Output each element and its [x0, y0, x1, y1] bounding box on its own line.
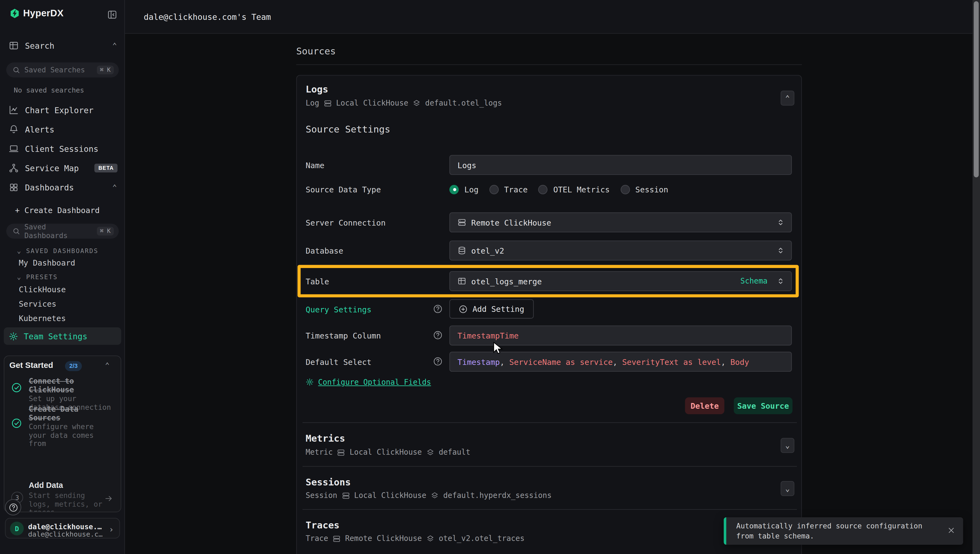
table-value: otel_logs_merge	[471, 277, 542, 286]
sidebar-item-service-map[interactable]: Service Map BETA	[0, 159, 125, 177]
hyperdx-logo-icon	[9, 8, 20, 19]
presets-section[interactable]: ⌄ PRESETS	[17, 273, 58, 281]
source-table: default	[439, 448, 470, 457]
gear-icon	[9, 331, 18, 341]
chevron-down-icon: ⌄	[786, 484, 790, 493]
chevron-up-icon: ⌃	[786, 94, 790, 102]
source-table: default.otel_logs	[425, 99, 502, 107]
saved-dashboards-section[interactable]: ⌄ SAVED DASHBOARDS	[17, 247, 98, 255]
name-input[interactable]: Logs	[449, 155, 792, 175]
section-label: PRESETS	[26, 274, 58, 280]
get-started-item-title[interactable]: Create Data Sources	[29, 406, 114, 422]
sidebar-item-my-dashboard[interactable]: My Dashboard	[19, 258, 75, 267]
get-started-panel: Get Started 2/3 ⌃ Connect to ClickHouse …	[4, 355, 121, 512]
question-circle-icon	[8, 503, 18, 512]
save-source-button[interactable]: Save Source	[734, 397, 792, 414]
source-connection: Local ClickHouse	[336, 99, 408, 107]
sidebar-item-team-settings[interactable]: Team Settings	[4, 327, 121, 345]
add-setting-button[interactable]: Add Setting	[449, 299, 534, 318]
database-select[interactable]: otel_v2	[449, 240, 792, 260]
name-value: Logs	[457, 160, 476, 170]
name-label: Name	[306, 155, 325, 175]
source-connection: Local ClickHouse	[349, 448, 422, 457]
close-icon[interactable]	[947, 526, 956, 535]
sidebar: HyperDX Search ⌃ Saved Searches ⌘ K No s…	[0, 0, 125, 554]
data-type-radio-group: Log Trace OTEL Metrics Session	[449, 179, 668, 199]
get-started-item-title[interactable]: Connect to ClickHouse	[29, 377, 114, 394]
default-select-input[interactable]: Timestamp, ServiceName as service, Sever…	[449, 352, 792, 372]
add-setting-label: Add Setting	[473, 304, 524, 314]
question-circle-icon[interactable]	[433, 304, 442, 314]
divider	[303, 466, 797, 466]
shortcut-badge: ⌘ K	[97, 66, 113, 74]
no-saved-searches-text: No saved searches	[14, 86, 84, 94]
search-icon	[13, 66, 20, 74]
data-type-label: Source Data Type	[306, 179, 381, 199]
source-table: otel_v2.otel_traces	[439, 534, 524, 543]
sidebar-item-search[interactable]: Search ⌃	[0, 36, 125, 55]
divider	[303, 509, 797, 509]
timestamp-value: TimestampTime	[457, 331, 519, 340]
radio-trace[interactable]: Trace	[489, 185, 528, 194]
database-value: otel_v2	[471, 246, 504, 255]
radio-otel-metrics[interactable]: OTEL Metrics	[538, 185, 610, 194]
saved-searches-input[interactable]: Saved Searches ⌘ K	[6, 62, 119, 78]
sidebar-item-kubernetes[interactable]: Kubernetes	[19, 314, 66, 323]
server-connection-select[interactable]: Remote ClickHouse	[449, 213, 792, 232]
get-started-item-title[interactable]: Add Data	[29, 481, 63, 490]
form-actions: Delete Save Source	[297, 397, 793, 414]
source-section-title: Traces	[306, 520, 339, 531]
caret-updown-icon	[776, 277, 785, 285]
team-title: dale@clickhouse.com's Team	[144, 13, 271, 22]
saved-dashboards-input[interactable]: Saved Dashboards ⌘ K	[6, 224, 119, 239]
source-type-label: Trace	[306, 534, 328, 543]
timestamp-input[interactable]: TimestampTime	[449, 325, 792, 345]
expand-section-button[interactable]: ⌄	[781, 438, 795, 453]
query-settings-label: Query Settings	[306, 299, 371, 319]
divider	[303, 422, 797, 423]
user-account-button[interactable]: D dale@clickhouse.… dale@clickhouse.c… ›	[5, 518, 120, 538]
collapse-section-button[interactable]: ⌃	[781, 91, 795, 105]
layers-icon	[426, 448, 435, 456]
divider	[296, 64, 802, 65]
sidebar-item-dashboards[interactable]: Dashboards ⌃	[0, 178, 125, 197]
sidebar-item-chart-explorer[interactable]: Chart Explorer	[0, 101, 125, 119]
avatar: D	[10, 522, 24, 535]
question-circle-icon[interactable]	[433, 357, 442, 366]
delete-button[interactable]: Delete	[685, 397, 724, 414]
radio-icon	[538, 185, 547, 194]
sidebar-item-client-sessions[interactable]: Client Sessions	[0, 139, 125, 158]
create-dashboard-button[interactable]: + Create Dashboard	[15, 205, 100, 215]
sidebar-collapse-icon[interactable]	[107, 9, 118, 20]
question-circle-icon[interactable]	[433, 331, 442, 340]
sidebar-item-label: Dashboards	[25, 183, 74, 192]
radio-session[interactable]: Session	[620, 185, 668, 194]
expand-section-button[interactable]: ⌄	[781, 481, 795, 496]
scrollbar-track[interactable]	[972, 0, 980, 554]
chevron-up-icon: ⌃	[112, 183, 117, 192]
chart-icon	[9, 105, 19, 115]
sidebar-item-label: Chart Explorer	[25, 105, 94, 115]
app-title: HyperDX	[23, 8, 64, 18]
table-select[interactable]: otel_logs_merge Schema	[449, 271, 792, 291]
source-connection: Local ClickHouse	[354, 491, 426, 500]
sidebar-item-label: Alerts	[25, 125, 54, 134]
radio-icon	[489, 185, 499, 194]
sql-token: ,	[500, 357, 509, 366]
source-type-label: Metric	[306, 448, 333, 457]
chevron-down-icon: ⌄	[17, 273, 22, 281]
server-icon	[333, 535, 341, 543]
sidebar-item-services[interactable]: Services	[19, 299, 56, 309]
table-label: Table	[306, 271, 329, 291]
sidebar-item-clickhouse[interactable]: ClickHouse	[19, 285, 66, 294]
user-name: dale@clickhouse.…	[28, 522, 102, 531]
chevron-up-icon[interactable]: ⌃	[105, 361, 110, 370]
schema-button[interactable]: Schema	[741, 277, 768, 285]
radio-log[interactable]: Log	[449, 185, 478, 194]
server-icon	[337, 448, 345, 456]
help-button[interactable]	[5, 499, 21, 515]
sidebar-item-alerts[interactable]: Alerts	[0, 120, 125, 139]
scrollbar-thumb[interactable]	[974, 2, 978, 177]
sql-token: Timestamp	[457, 357, 500, 366]
configure-optional-fields-link[interactable]: Configure Optional Fields	[318, 378, 431, 387]
